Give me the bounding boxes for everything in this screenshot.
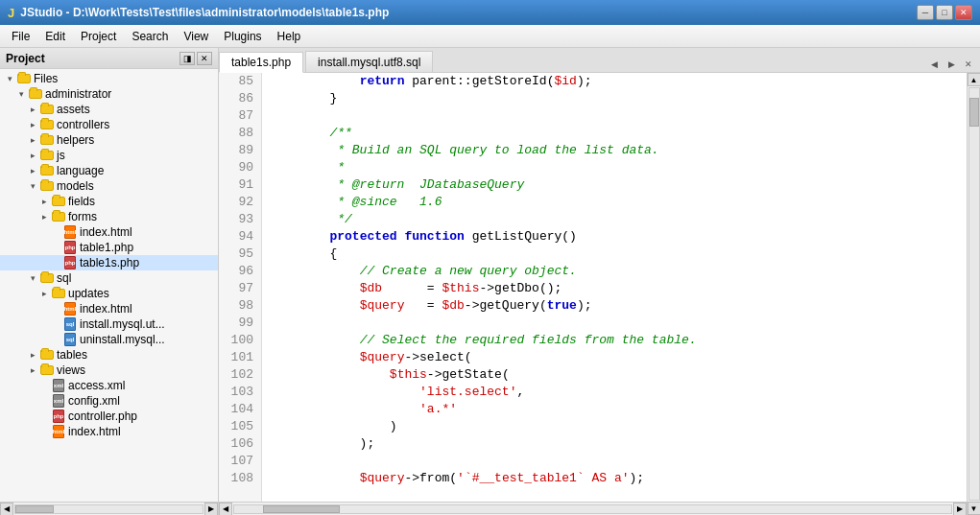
tree-item-updates[interactable]: ▸ updates (0, 286, 218, 301)
tree-item-index-html-admin[interactable]: ▸ html index.html (0, 424, 218, 439)
file-icon-table1s-php: php (62, 257, 78, 269)
folder-icon-files (16, 73, 32, 84)
file-icon-index-html: html (62, 226, 78, 238)
file-icon-config-xml: xml (51, 395, 66, 407)
v-scroll-track[interactable] (968, 87, 980, 501)
folder-icon-updates (51, 288, 66, 299)
label-views: views (57, 363, 85, 377)
tree-item-controllers[interactable]: ▸ controllers (0, 117, 218, 132)
bottom-scrollbar[interactable]: ◀ ▶ (219, 502, 967, 515)
label-fields: fields (68, 195, 95, 208)
toggle-forms[interactable]: ▸ (38, 211, 50, 222)
folder-icon-controllers (39, 119, 55, 130)
toggle-files[interactable]: ▾ (4, 73, 15, 84)
tree-item-js[interactable]: ▸ js (0, 148, 218, 163)
label-uninstall-mysql: uninstall.mysql... (80, 333, 165, 346)
close-button[interactable]: ✕ (955, 5, 972, 20)
toggle-js[interactable]: ▸ (27, 150, 38, 161)
tree-item-fields[interactable]: ▸ fields (0, 194, 218, 209)
menu-edit[interactable]: Edit (37, 27, 73, 46)
tree-item-index-html-models[interactable]: ▸ html index.html (0, 224, 218, 240)
tree-item-helpers[interactable]: ▸ helpers (0, 132, 218, 148)
title-bar-buttons: ─ □ ✕ (917, 5, 972, 20)
minimize-button[interactable]: ─ (917, 5, 934, 20)
sidebar-scroll-right[interactable]: ▶ (204, 503, 218, 516)
toggle-models[interactable]: ▾ (27, 180, 38, 192)
sidebar-hscroll[interactable]: ◀ ▶ (0, 502, 218, 515)
folder-icon-forms (51, 211, 66, 222)
v-scrollbar[interactable]: ▲ ▼ (967, 73, 980, 515)
code-editor[interactable]: 8586878889909192939495969798991001011021… (219, 73, 967, 502)
sidebar-scroll-left[interactable]: ◀ (0, 503, 13, 516)
menu-file[interactable]: File (4, 27, 37, 46)
main-layout: Project ◨ ✕ ▾ Files ▾ administrator (0, 48, 980, 515)
toggle-sql[interactable]: ▾ (27, 272, 38, 284)
tree-item-forms[interactable]: ▸ forms (0, 209, 218, 224)
tree-container[interactable]: ▾ Files ▾ administrator ▸ assets ▸ (0, 69, 218, 502)
tree-item-language[interactable]: ▸ language (0, 163, 218, 178)
tree-item-config-xml[interactable]: ▸ xml config.xml (0, 393, 218, 409)
tab-scroll-left[interactable]: ◀ (926, 57, 942, 72)
file-icon-controller-php: php (51, 410, 66, 422)
spacer3: ▸ (50, 257, 61, 269)
editor-area: table1s.php install.mysql.utf8.sql ◀ ▶ ✕… (219, 48, 980, 515)
hscroll-right[interactable]: ▶ (953, 503, 967, 516)
label-index-html-sql: index.html (80, 302, 132, 316)
tree-item-administrator[interactable]: ▾ administrator (0, 86, 218, 102)
toggle-helpers[interactable]: ▸ (27, 134, 38, 146)
toggle-fields[interactable]: ▸ (38, 196, 50, 207)
tree-item-table1s-php[interactable]: ▸ php table1s.php (0, 255, 218, 270)
title-bar-title: JStudio - D:\Work\Tests\Test\files\admin… (20, 6, 389, 19)
folder-icon-sql (39, 272, 55, 284)
tree-item-assets[interactable]: ▸ assets (0, 102, 218, 117)
toggle-controllers[interactable]: ▸ (27, 119, 38, 130)
label-table1-php: table1.php (80, 241, 133, 254)
sidebar-controls: ◨ ✕ (179, 52, 212, 65)
label-language: language (57, 164, 104, 177)
maximize-button[interactable]: □ (936, 5, 953, 20)
tab-bar: table1s.php install.mysql.utf8.sql ◀ ▶ ✕ (219, 48, 980, 73)
tab-scroll-right[interactable]: ▶ (944, 57, 959, 72)
label-assets: assets (57, 103, 90, 116)
toggle-administrator[interactable]: ▾ (15, 88, 27, 100)
vscroll-down[interactable]: ▼ (968, 502, 981, 515)
menu-search[interactable]: Search (124, 27, 176, 46)
tree-item-index-html-sql[interactable]: ▸ html index.html (0, 301, 218, 316)
toggle-views[interactable]: ▸ (27, 364, 38, 376)
folder-icon-tables (39, 349, 55, 361)
title-bar-left: J JStudio - D:\Work\Tests\Test\files\adm… (8, 6, 389, 20)
tab-table1s[interactable]: table1s.php (219, 52, 303, 73)
tree-item-models[interactable]: ▾ models (0, 178, 218, 194)
sidebar-pin-button[interactable]: ◨ (179, 52, 195, 65)
toggle-tables[interactable]: ▸ (27, 349, 38, 361)
tree-item-install-mysql[interactable]: ▸ sql install.mysql.ut... (0, 316, 218, 332)
tree-item-controller-php[interactable]: ▸ php controller.php (0, 409, 218, 424)
menu-project[interactable]: Project (73, 27, 124, 46)
spacer7: ▸ (38, 380, 50, 391)
folder-icon-administrator (28, 88, 43, 100)
tree-item-table1-php[interactable]: ▸ php table1.php (0, 240, 218, 255)
v-scroll-thumb[interactable] (969, 98, 979, 127)
tree-item-access-xml[interactable]: ▸ xml access.xml (0, 378, 218, 393)
tree-item-views[interactable]: ▸ views (0, 363, 218, 378)
spacer10: ▸ (38, 426, 50, 437)
file-icon-install-mysql: sql (62, 318, 78, 330)
toggle-assets[interactable]: ▸ (27, 104, 38, 115)
tree-item-files[interactable]: ▾ Files (0, 71, 218, 86)
tree-item-uninstall-mysql[interactable]: ▸ sql uninstall.mysql... (0, 332, 218, 347)
tab-install-sql[interactable]: install.mysql.utf8.sql (305, 51, 433, 72)
tree-item-tables[interactable]: ▸ tables (0, 347, 218, 363)
menu-plugins[interactable]: Plugins (216, 27, 269, 46)
vscroll-up[interactable]: ▲ (968, 73, 981, 86)
hscroll-left[interactable]: ◀ (219, 503, 232, 516)
menu-view[interactable]: View (176, 27, 216, 46)
sidebar-close-button[interactable]: ✕ (197, 52, 212, 65)
toggle-updates[interactable]: ▸ (38, 288, 50, 299)
tab-close[interactable]: ✕ (961, 57, 976, 72)
code-content[interactable]: return parent::getStoreId($id); } /** * … (262, 73, 967, 502)
label-index-html-admin: index.html (68, 425, 121, 438)
toggle-language[interactable]: ▸ (27, 165, 38, 176)
menu-help[interactable]: Help (270, 27, 309, 46)
file-icon-table1-php: php (62, 242, 78, 253)
tree-item-sql[interactable]: ▾ sql (0, 270, 218, 286)
